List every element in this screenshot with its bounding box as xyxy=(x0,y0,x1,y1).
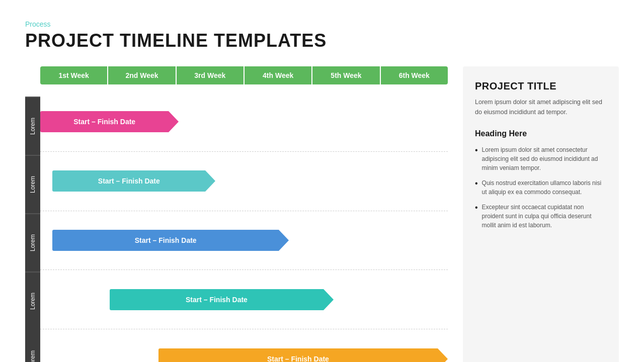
gantt-row-1: Start – Finish Date xyxy=(40,93,448,152)
bar-label-1: Start – Finish Date xyxy=(73,118,135,126)
week-header: 1st Week 2nd Week 3rd Week 4th Week 5th … xyxy=(40,66,448,84)
bar-arrow-2 xyxy=(205,170,215,192)
bar-wrapper-3: Start – Finish Date xyxy=(52,230,289,251)
page: Process PROJECT TIMELINE TEMPLATES Lorem… xyxy=(0,0,644,362)
gantt-row-5: Start – Finish Date xyxy=(40,329,448,362)
row-label-3: Lorem xyxy=(25,213,40,272)
timeline-area: 1st Week 2nd Week 3rd Week 4th Week 5th … xyxy=(40,66,448,362)
bullet-item-2: • Quis nostrud exercitation ullamco labo… xyxy=(475,178,607,197)
row-label-2: Lorem xyxy=(25,155,40,213)
bar-label-2: Start – Finish Date xyxy=(98,177,160,185)
bar-wrapper-4: Start – Finish Date xyxy=(110,289,334,310)
row-label-5: Lorem xyxy=(25,330,40,362)
bar-3: Start – Finish Date xyxy=(52,230,279,251)
bar-2: Start – Finish Date xyxy=(52,170,205,192)
bullet-dot-3: • xyxy=(475,203,478,230)
gantt-rows: Start – Finish Date Start – Finish Date xyxy=(40,93,448,362)
gantt-row-3: Start – Finish Date xyxy=(40,211,448,270)
week-cell-4: 4th Week xyxy=(245,66,312,84)
bar-label-5: Start – Finish Date xyxy=(267,355,329,362)
bar-5: Start – Finish Date xyxy=(158,348,438,362)
bullet-text-3: Excepteur sint occaecat cupidatat non pr… xyxy=(482,203,607,230)
week-cell-1: 1st Week xyxy=(40,66,108,84)
bar-label-4: Start – Finish Date xyxy=(186,296,248,304)
bar-arrow-3 xyxy=(279,230,289,251)
bullet-dot-2: • xyxy=(475,178,478,197)
week-cell-2: 2nd Week xyxy=(108,66,176,84)
bullet-item-3: • Excepteur sint occaecat cupidatat non … xyxy=(475,203,607,230)
bullet-dot-1: • xyxy=(475,145,478,172)
gantt-row-2: Start – Finish Date xyxy=(40,152,448,211)
right-panel: PROJECT TITLE Lorem ipsum dolor sit amet… xyxy=(463,66,619,362)
bar-wrapper-1: Start – Finish Date xyxy=(40,111,179,132)
row-label-1: Lorem xyxy=(25,97,40,155)
process-label: Process xyxy=(25,20,619,28)
bar-label-3: Start – Finish Date xyxy=(135,236,197,244)
page-title: PROJECT TIMELINE TEMPLATES xyxy=(25,30,619,51)
week-cell-3: 3rd Week xyxy=(177,66,245,84)
section-heading: Heading Here xyxy=(475,129,607,138)
week-cell-5: 5th Week xyxy=(312,66,380,84)
main-content: Lorem Lorem Lorem Lorem Lorem 1st Week 2… xyxy=(25,66,619,362)
bullet-text-2: Quis nostrud exercitation ullamco labori… xyxy=(482,178,607,197)
bar-arrow-4 xyxy=(324,289,334,310)
gantt-row-4: Start – Finish Date xyxy=(40,270,448,329)
bar-arrow-1 xyxy=(169,111,179,132)
bar-arrow-5 xyxy=(438,348,448,362)
project-desc: Lorem ipsum dolor sit amet adipiscing el… xyxy=(475,97,607,117)
bullet-item-1: • Lorem ipsum dolor sit amet consectetur… xyxy=(475,145,607,172)
bar-1: Start – Finish Date xyxy=(40,111,169,132)
bullet-text-1: Lorem ipsum dolor sit amet consectetur a… xyxy=(482,145,607,172)
bar-4: Start – Finish Date xyxy=(110,289,324,310)
row-label-4: Lorem xyxy=(25,272,40,330)
heading-section: Heading Here • Lorem ipsum dolor sit ame… xyxy=(475,129,607,236)
bar-wrapper-2: Start – Finish Date xyxy=(52,170,215,192)
week-cell-6: 6th Week xyxy=(381,66,448,84)
bar-wrapper-5: Start – Finish Date xyxy=(158,348,448,362)
header: Process PROJECT TIMELINE TEMPLATES xyxy=(25,20,619,51)
row-labels: Lorem Lorem Lorem Lorem Lorem xyxy=(25,97,40,362)
left-panel: Lorem Lorem Lorem Lorem Lorem 1st Week 2… xyxy=(25,66,448,362)
project-title: PROJECT TITLE xyxy=(475,80,607,92)
